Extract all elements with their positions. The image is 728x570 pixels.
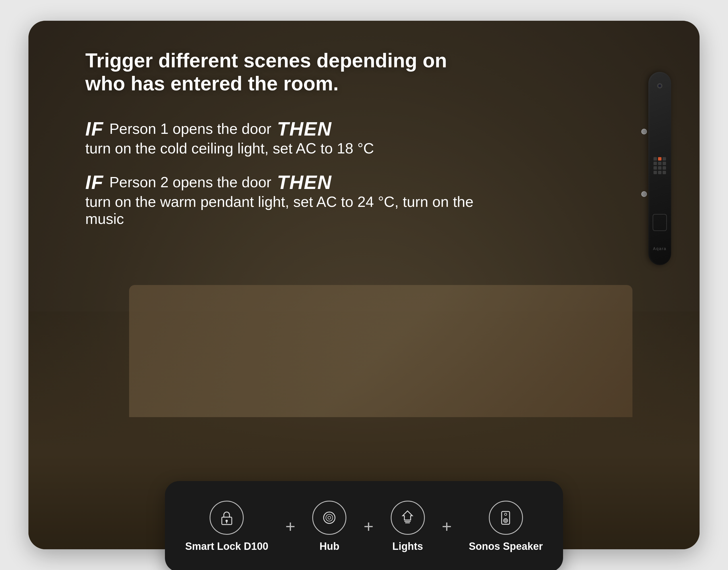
condition-text-2: Person 2 opens the door (109, 174, 271, 191)
speaker-icon (497, 509, 515, 527)
headline: Trigger different scenes depending on wh… (85, 49, 484, 95)
hub-icon-circle (312, 501, 346, 535)
hub-icon (320, 509, 339, 527)
smart-lock-label: Smart Lock D100 (185, 540, 268, 552)
svg-point-11 (505, 513, 507, 516)
condition-text-1: Person 1 opens the door (109, 120, 271, 137)
lights-icon (398, 509, 417, 527)
product-item-sonos: Sonos Speaker (455, 501, 557, 552)
lock-icon (217, 509, 236, 527)
action-text-2: turn on the warm pendant light, set AC t… (85, 193, 512, 227)
if-label-1: IF (85, 117, 104, 140)
product-item-lights: Lights (376, 501, 439, 552)
sonos-icon-circle (489, 501, 523, 535)
svg-point-3 (324, 512, 335, 523)
plus-1: + (283, 518, 298, 535)
hub-label: Hub (319, 540, 339, 552)
svg-point-5 (328, 516, 331, 519)
lights-label: Lights (392, 540, 423, 552)
svg-point-10 (505, 520, 507, 521)
conditions-list: IF Person 1 opens the door THEN turn on … (85, 117, 512, 227)
condition-row-2: IF Person 2 opens the door THEN turn on … (85, 171, 512, 227)
svg-point-1 (225, 520, 228, 522)
condition-row-1: IF Person 1 opens the door THEN turn on … (85, 117, 512, 157)
action-text-1: turn on the cold ceiling light, set AC t… (85, 140, 374, 157)
product-item-hub: Hub (298, 501, 361, 552)
product-item-smart-lock: Smart Lock D100 (171, 501, 283, 552)
smart-lock-icon-circle (210, 501, 244, 535)
if-label-2: IF (85, 171, 104, 193)
then-label-2: THEN (277, 171, 332, 193)
svg-point-9 (504, 519, 508, 523)
plus-3: + (439, 518, 455, 535)
main-card: Aqara Trigger different scenes depending… (28, 21, 700, 549)
then-label-1: THEN (277, 117, 332, 140)
main-content: Trigger different scenes depending on wh… (28, 21, 700, 549)
plus-2: + (361, 518, 376, 535)
product-bar: Smart Lock D100 + Hub + (165, 481, 563, 570)
lights-icon-circle (391, 501, 425, 535)
svg-point-4 (326, 514, 333, 521)
sonos-label: Sonos Speaker (469, 540, 543, 552)
